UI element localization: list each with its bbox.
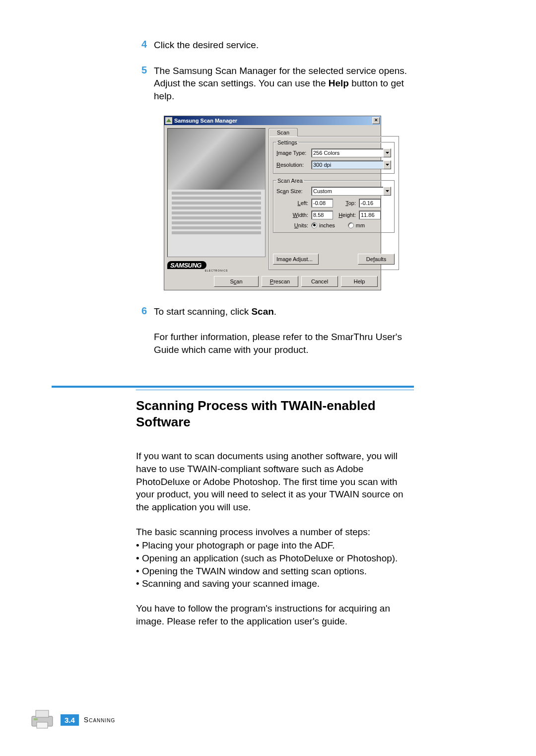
bullet-3: • Opening the TWAIN window and setting s… xyxy=(136,565,414,578)
resolution-label: Resolution: xyxy=(276,162,308,168)
scan-size-label: Scan Size: xyxy=(276,188,308,194)
chevron-down-icon[interactable] xyxy=(383,160,391,169)
app-icon xyxy=(165,117,172,124)
chevron-down-icon[interactable] xyxy=(383,187,391,196)
svg-rect-2 xyxy=(37,722,48,728)
scan-area-legend: Scan Area xyxy=(276,178,304,184)
section-heading: Scanning Process with TWAIN-enabled Soft… xyxy=(136,398,414,430)
chapter-name: Scanning xyxy=(84,716,115,724)
defaults-button[interactable]: Defaults xyxy=(358,254,395,265)
step-text-4: Click the desired service. xyxy=(154,39,414,52)
image-type-label: Image Type: xyxy=(276,150,308,156)
svg-rect-3 xyxy=(34,718,38,720)
paragraph-3: You have to follow the program's instruc… xyxy=(136,602,414,627)
left-input[interactable] xyxy=(311,199,333,207)
step-number-5: 5 xyxy=(136,65,154,103)
svg-rect-1 xyxy=(36,710,49,717)
height-input[interactable] xyxy=(359,210,381,219)
bullet-4: • Scanning and saving your scanned image… xyxy=(136,577,414,590)
mm-label: mm xyxy=(356,222,365,228)
scan-size-select[interactable] xyxy=(311,187,383,196)
scan-preview[interactable] xyxy=(167,128,266,257)
bullet-2: • Opening an application (such as PhotoD… xyxy=(136,552,414,565)
inches-radio[interactable] xyxy=(311,222,317,228)
page-footer: 3.4 Scanning xyxy=(29,707,115,732)
settings-legend: Settings xyxy=(276,139,298,145)
prescan-button[interactable]: Prescan xyxy=(262,276,298,287)
paragraph-1: If you want to scan documents using anot… xyxy=(136,450,414,513)
step-number-4: 4 xyxy=(136,39,154,52)
section-divider xyxy=(52,386,414,388)
tab-scan[interactable]: Scan xyxy=(268,128,298,137)
step-6-subtext: For further information, please refer to… xyxy=(154,331,414,356)
paragraph-2: The basic scanning process involves a nu… xyxy=(136,526,414,539)
printer-icon xyxy=(29,707,56,732)
samsung-sublogo: ELECTRONICS xyxy=(167,269,266,272)
scan-button[interactable]: Scan xyxy=(214,276,259,287)
samsung-logo: SAMSUNG xyxy=(167,261,206,269)
width-input[interactable] xyxy=(311,210,333,219)
cancel-button[interactable]: Cancel xyxy=(301,276,338,287)
page-number: 3.4 xyxy=(61,714,79,726)
image-adjust-button[interactable]: Image Adjust... xyxy=(273,254,319,265)
close-icon[interactable]: ✕ xyxy=(372,117,380,124)
units-label: Units: xyxy=(276,222,308,228)
top-input[interactable] xyxy=(359,199,381,207)
titlebar[interactable]: Samsung Scan Manager ✕ xyxy=(164,116,381,125)
height-label: Height: xyxy=(336,212,356,218)
bullet-1: • Placing your photograph or page into t… xyxy=(136,539,414,552)
resolution-select[interactable] xyxy=(311,160,383,169)
image-type-select[interactable] xyxy=(311,148,383,157)
bullet-list: • Placing your photograph or page into t… xyxy=(136,539,414,590)
left-label: Left: xyxy=(276,200,308,206)
step-text-6: To start scanning, click Scan. xyxy=(154,305,414,318)
top-label: Top: xyxy=(336,200,356,206)
help-button[interactable]: Help xyxy=(341,276,378,287)
step-number-6: 6 xyxy=(136,305,154,318)
scan-manager-dialog: Samsung Scan Manager ✕ SAMSUNG xyxy=(164,116,381,290)
step-text-5: The Samsung Scan Manager for the selecte… xyxy=(154,65,414,103)
scan-area-group: Scan Area Scan Size: Left: xyxy=(273,178,395,233)
settings-group: Settings Image Type: Resolution: xyxy=(273,139,395,174)
chevron-down-icon[interactable] xyxy=(383,148,391,157)
inches-label: inches xyxy=(319,222,335,228)
mm-radio[interactable] xyxy=(348,222,354,228)
width-label: Width: xyxy=(276,212,308,218)
window-title: Samsung Scan Manager xyxy=(174,118,372,124)
